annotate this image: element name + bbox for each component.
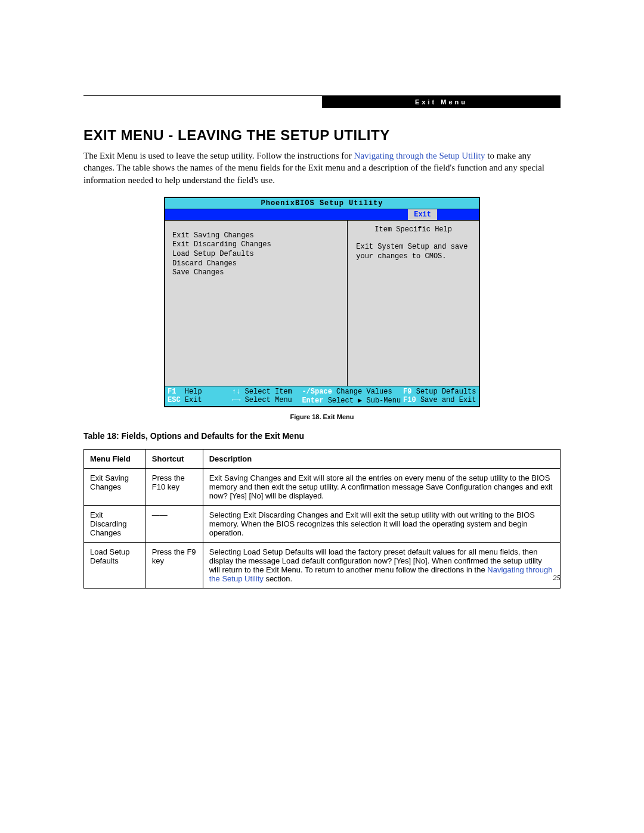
- cell-menu: Exit Saving Changes: [84, 468, 146, 505]
- bios-menu-item[interactable]: Save Changes: [172, 268, 340, 278]
- th-shortcut: Shortcut: [145, 449, 203, 468]
- cell-desc: Selecting Load Setup Defaults will load …: [203, 542, 560, 588]
- bios-title-bar: PhoenixBIOS Setup Utility: [165, 198, 479, 209]
- th-description: Description: [203, 449, 560, 468]
- bios-menu-item[interactable]: Load Setup Defaults: [172, 250, 340, 259]
- bios-help-panel: Item Specific Help Exit System Setup and…: [348, 221, 479, 386]
- cell-shortcut: ——: [145, 505, 203, 542]
- bios-tab-bar: Exit: [165, 209, 479, 220]
- table-title: Table 18: Fields, Options and Defaults f…: [83, 431, 561, 441]
- page-number: 25: [553, 573, 561, 583]
- footer-cell: Enter Select ▶ Sub-Menu: [302, 396, 401, 405]
- figure-caption: Figure 18. Exit Menu: [83, 413, 561, 420]
- bios-menu-item[interactable]: Exit Discarding Changes: [172, 240, 340, 250]
- table-row: Exit Saving Changes Press the F10 key Ex…: [84, 468, 561, 505]
- bios-help-title: Item Specific Help: [348, 221, 479, 242]
- table-header-row: Menu Field Shortcut Description: [84, 449, 561, 468]
- intro-text-1: The Exit Menu is used to leave the setup…: [83, 151, 354, 160]
- footer-cell: ESC Exit: [168, 396, 230, 405]
- cell-menu: Load Setup Defaults: [84, 542, 146, 588]
- bios-menu-list: Exit Saving Changes Exit Discarding Chan…: [165, 221, 348, 386]
- footer-cell: -/Space Change Values: [302, 388, 401, 396]
- bios-main: Exit Saving Changes Exit Discarding Chan…: [165, 220, 479, 386]
- bios-menu-item[interactable]: Discard Changes: [172, 259, 340, 269]
- fields-table: Menu Field Shortcut Description Exit Sav…: [83, 449, 561, 589]
- section-tag: Exit Menu: [322, 96, 561, 108]
- bios-help-text: Exit System Setup and save your changes …: [348, 242, 479, 261]
- bios-tab-exit[interactable]: Exit: [408, 209, 437, 220]
- desc-post: section.: [264, 574, 292, 583]
- bios-figure: PhoenixBIOS Setup Utility Exit Exit Savi…: [164, 197, 480, 407]
- cell-menu: Exit Discarding Changes: [84, 505, 146, 542]
- footer-cell: ↑↓ Select Item: [232, 388, 299, 396]
- intro-paragraph: The Exit Menu is used to leave the setup…: [83, 150, 561, 186]
- cell-shortcut: Press the F10 key: [145, 468, 203, 505]
- footer-cell: F9 Setup Defaults: [403, 388, 476, 396]
- bios-menu-item[interactable]: Exit Saving Changes: [172, 231, 340, 241]
- header-bar: Exit Menu: [83, 97, 561, 110]
- table-row: Exit Discarding Changes —— Selecting Exi…: [84, 505, 561, 542]
- footer-cell: F10 Save and Exit: [403, 396, 476, 405]
- th-menu: Menu Field: [84, 449, 146, 468]
- cell-desc: Exit Saving Changes and Exit will store …: [203, 468, 560, 505]
- bios-footer: F1 Help ↑↓ Select Item -/Space Change Va…: [165, 386, 479, 406]
- cell-shortcut: Press the F9 key: [145, 542, 203, 588]
- page-title: Exit Menu - Leaving the Setup Utility: [83, 127, 561, 144]
- cell-desc: Selecting Exit Discarding Changes and Ex…: [203, 505, 560, 542]
- footer-cell: ←→ Select Menu: [232, 396, 299, 405]
- footer-cell: F1 Help: [168, 388, 230, 396]
- nav-link[interactable]: Navigating through the Setup Utility: [354, 151, 485, 160]
- table-row: Load Setup Defaults Press the F9 key Sel…: [84, 542, 561, 588]
